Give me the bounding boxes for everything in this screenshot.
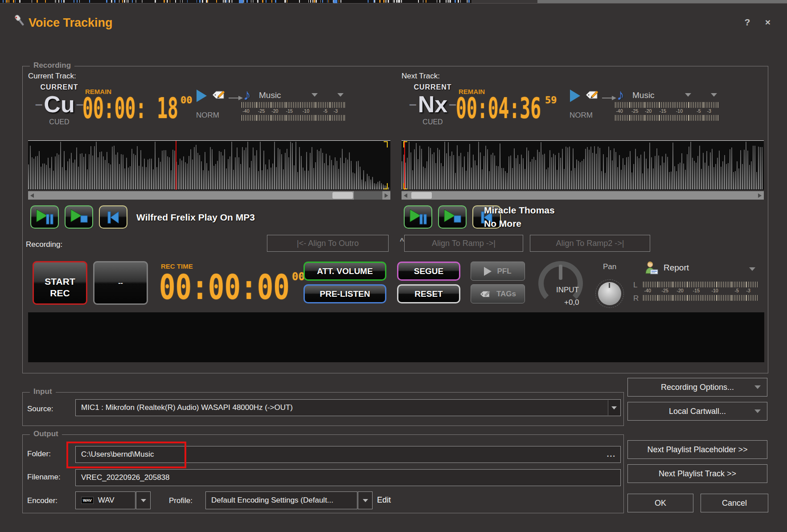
rec-time-display: 00:00:00 <box>159 272 290 303</box>
start-rec-button[interactable]: START REC <box>33 261 87 305</box>
ok-button[interactable]: OK <box>627 494 693 512</box>
scroll-right-icon[interactable] <box>382 191 390 200</box>
transition-arrow-icon <box>229 98 238 98</box>
scroll-right-icon[interactable] <box>756 191 764 200</box>
waveform-bar <box>206 163 207 189</box>
play-pause-button[interactable] <box>30 205 59 229</box>
waveform-bar <box>221 152 221 189</box>
waveform-bar <box>644 151 645 189</box>
strip-tick <box>15 0 16 3</box>
secondary-rec-button[interactable]: -- <box>93 261 148 305</box>
waveform-bar <box>162 151 163 190</box>
reset-button[interactable]: RESET <box>397 284 460 303</box>
encoder-dropdown-icon[interactable] <box>136 491 151 509</box>
strip-tick <box>266 0 266 3</box>
strip-tick <box>226 0 227 3</box>
report-dropdown-icon[interactable] <box>749 267 755 271</box>
scroll-thumb[interactable] <box>411 192 432 199</box>
align-to-ramp2-button[interactable]: Align To Ramp2 ->| <box>530 235 650 252</box>
waveform-bar <box>41 167 41 189</box>
pan-label: Pan <box>596 262 623 271</box>
cancel-button[interactable]: Cancel <box>701 494 768 512</box>
waveform-bar <box>466 171 467 189</box>
pan-knob[interactable] <box>598 282 621 305</box>
tag-edit-icon[interactable] <box>585 89 599 103</box>
waveform-bar <box>124 168 125 189</box>
align-to-outro-button[interactable]: |<- Align To Outro <box>267 235 389 252</box>
waveform-bar <box>760 147 761 189</box>
norm-label: NORM <box>570 111 593 120</box>
waveform-bar <box>238 157 239 189</box>
waveform-display[interactable] <box>28 140 390 190</box>
waveform-bar <box>379 181 380 189</box>
strip-tick <box>19 0 20 3</box>
deck-top-label: CURRENT <box>31 83 88 91</box>
pfl-button[interactable]: PFL <box>471 262 525 281</box>
waveform-bar <box>183 156 184 189</box>
waveform-bar <box>356 161 357 189</box>
waveform-bar <box>655 156 656 189</box>
recording-options-button[interactable]: Recording Options... <box>627 378 767 397</box>
scroll-thumb[interactable] <box>332 192 353 199</box>
next-playlist-track-button[interactable]: Next Playlist Track >> <box>627 464 767 483</box>
scroll-left-icon[interactable] <box>28 191 36 200</box>
type-dropdown-icon[interactable] <box>312 93 318 97</box>
edit-profile-button[interactable]: Edit <box>377 495 391 505</box>
next-playlist-placeholder-button[interactable]: Next Playlist Placeholder >> <box>627 440 767 459</box>
track-type-label: Music <box>259 90 281 100</box>
skip-to-start-button[interactable] <box>99 205 127 229</box>
tag-edit-icon[interactable] <box>212 89 226 103</box>
filename-input[interactable]: VREC_20220926_205838 <box>75 469 621 486</box>
input-gain-value: +0,0 <box>564 298 579 307</box>
align-to-ramp-button[interactable]: Align To Ramp ->| <box>404 235 523 252</box>
local-cartwall-button[interactable]: Local Cartwall... <box>627 402 767 421</box>
waveform-bar <box>190 149 191 189</box>
options-dropdown-icon[interactable] <box>711 93 717 97</box>
waveform-bar <box>489 171 490 189</box>
play-stop-button[interactable] <box>438 205 467 229</box>
pre-listen-button[interactable]: PRE-LISTEN <box>303 284 386 303</box>
encoder-select[interactable]: WAV WAV <box>75 491 135 509</box>
waveform-bar <box>69 159 70 189</box>
dialog-top-edge <box>0 3 787 4</box>
strip-tick <box>187 0 188 3</box>
meter-tick-label: -25 <box>631 108 638 114</box>
waveform-bar <box>139 166 139 189</box>
strip-tick <box>79 0 80 3</box>
strip-tick <box>449 0 449 3</box>
dialog-title: Voice Tracking <box>29 16 113 30</box>
play-pause-button[interactable] <box>404 205 432 229</box>
options-dropdown-icon[interactable] <box>337 93 344 97</box>
waveform-scrollbar[interactable] <box>402 191 764 200</box>
browse-button[interactable]: ... <box>607 450 616 459</box>
waveform-bar <box>639 158 639 189</box>
waveform-bar <box>272 164 273 189</box>
waveform-bar <box>443 166 443 189</box>
play-stop-button[interactable] <box>65 205 93 229</box>
type-dropdown-icon[interactable] <box>685 93 691 97</box>
profile-label: Profile: <box>169 496 193 505</box>
scroll-left-icon[interactable] <box>402 191 410 200</box>
att-volume-button[interactable]: ATT. VOLUME <box>303 262 386 281</box>
source-dropdown-icon[interactable] <box>608 400 620 415</box>
waveform-bar <box>555 155 556 189</box>
profile-select[interactable]: Default Encoding Settings (Default... <box>205 491 357 509</box>
strip-tick <box>124 0 125 3</box>
waveform-bar <box>107 152 107 190</box>
waveform-display[interactable] <box>402 140 764 190</box>
strip-tick <box>399 0 400 3</box>
waveform-bar <box>42 164 43 189</box>
help-button[interactable]: ? <box>742 17 753 28</box>
waveform-bar <box>426 161 427 189</box>
segue-button[interactable]: SEGUE <box>397 262 460 281</box>
waveform-bar <box>251 161 252 189</box>
source-select[interactable]: MIC1 : Mikrofon (Realtek(R) Audio) WASAP… <box>75 399 621 416</box>
folder-input[interactable]: C:\Users\bernd\Music ... <box>75 446 621 463</box>
tags-button[interactable]: TAGs <box>471 284 525 303</box>
waveform-scrollbar[interactable] <box>28 191 390 200</box>
waveform-bar <box>228 159 229 189</box>
close-button[interactable]: × <box>762 17 774 28</box>
profile-dropdown-icon[interactable] <box>358 491 373 509</box>
waveform-bar <box>115 155 116 189</box>
waveform-bar <box>283 169 284 189</box>
